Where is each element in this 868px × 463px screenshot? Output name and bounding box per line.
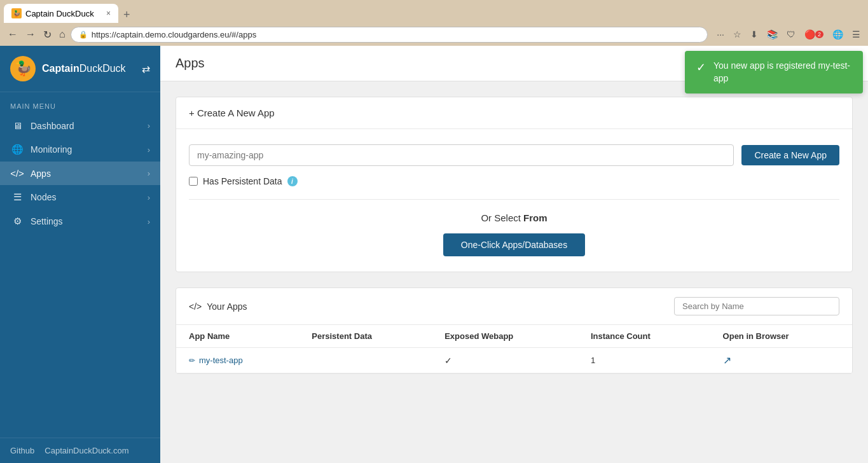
exposed-webapp-cell: ✓: [432, 348, 578, 373]
your-apps-title-text: Your Apps: [207, 301, 247, 312]
create-app-card-body: Create a New App Has Persistent Data i O…: [176, 129, 852, 272]
address-bar[interactable]: 🔒 https://captain.demo.cloudgardens.eu/#…: [71, 27, 708, 43]
url-text: https://captain.demo.cloudgardens.eu/#/a…: [92, 30, 256, 39]
toast-notification: ✓ You new app is registered my-test-app: [685, 51, 863, 93]
more-button[interactable]: ···: [714, 28, 727, 41]
persistent-data-cell: [299, 348, 432, 373]
shield-icon[interactable]: 🛡: [784, 28, 798, 41]
extension-badge[interactable]: 🔴2: [802, 28, 826, 41]
back-button[interactable]: ←: [5, 26, 20, 43]
col-app-name: App Name: [176, 325, 299, 348]
persistent-data-label: Has Persistent Data: [203, 176, 282, 186]
browser-tabs: 🦆 Captain DuckDuck × +: [0, 0, 868, 23]
download-icon[interactable]: ⬇: [748, 28, 761, 41]
edit-pencil-icon[interactable]: ✏: [189, 356, 195, 365]
table-row: ✏ my-test-app ✓ 1 ↗: [176, 348, 852, 373]
active-tab[interactable]: 🦆 Captain DuckDuck ×: [4, 4, 118, 23]
create-app-card: + Create A New App Create a New App Has …: [176, 97, 853, 272]
nodes-arrow: ›: [148, 193, 150, 202]
info-icon[interactable]: i: [287, 176, 298, 186]
sidebar-nav: MAIN MENU 🖥 Dashboard › 🌐 Monitoring › <…: [0, 92, 160, 438]
dashboard-arrow: ›: [148, 121, 150, 130]
card-divider: [189, 199, 839, 200]
apps-table-header: App Name Persistent Data Exposed Webapp …: [176, 325, 852, 348]
brand-name: CaptainDuckDuck: [42, 63, 126, 74]
refresh-button[interactable]: ↻: [41, 26, 54, 43]
settings-arrow: ›: [148, 217, 150, 226]
home-button[interactable]: ⌂: [57, 26, 68, 43]
lock-icon: 🔒: [79, 31, 88, 39]
your-apps-title: </> Your Apps: [189, 301, 247, 312]
new-tab-button[interactable]: +: [118, 8, 135, 22]
your-apps-title-icon: </>: [189, 301, 202, 312]
persistent-data-row: Has Persistent Data i: [189, 176, 839, 186]
open-browser-cell: ↗: [710, 348, 852, 373]
sidebar-item-label: Dashboard: [31, 121, 74, 131]
sidebar-item-nodes[interactable]: ☰ Nodes ›: [0, 185, 160, 209]
sidebar-item-label: Settings: [31, 216, 63, 226]
search-input[interactable]: [674, 297, 839, 315]
sidebar-footer: Github CaptainDuckDuck.com: [0, 438, 160, 463]
create-app-card-header: + Create A New App: [176, 97, 852, 129]
github-link[interactable]: Github: [10, 446, 34, 455]
col-persistent-data: Persistent Data: [299, 325, 432, 348]
sidebar-item-monitoring[interactable]: 🌐 Monitoring ›: [0, 137, 160, 162]
apps-table-body: ✏ my-test-app ✓ 1 ↗: [176, 348, 852, 373]
your-apps-section: </> Your Apps App Name Persistent Data E…: [176, 287, 853, 374]
sidebar-item-settings[interactable]: ⚙ Settings ›: [0, 209, 160, 233]
tab-favicon: 🦆: [11, 8, 22, 18]
browser-actions: ··· ☆ ⬇ 📚 🛡 🔴2 🌐 ☰: [714, 28, 863, 41]
toast-check-icon: ✓: [696, 60, 706, 74]
tab-title: Captain DuckDuck: [25, 9, 94, 18]
globe-icon[interactable]: 🌐: [830, 28, 846, 41]
app-name-link[interactable]: ✏ my-test-app: [189, 356, 286, 365]
col-open-browser: Open in Browser: [710, 325, 852, 348]
apps-arrow: ›: [148, 169, 150, 178]
main-content: ✓ You new app is registered my-test-app …: [160, 46, 868, 463]
app-name-input[interactable]: [189, 144, 734, 166]
apps-icon: </>: [10, 168, 24, 179]
create-app-row: Create a New App: [189, 144, 839, 166]
or-select-text: Or Select From: [189, 212, 839, 223]
content-area: + Create A New App Create a New App Has …: [160, 81, 868, 389]
brand-logo: 🦆: [10, 56, 36, 81]
persistent-data-checkbox[interactable]: [189, 177, 198, 186]
toast-message: You new app is registered my-test-app: [713, 60, 851, 85]
sidebar-toggle-button[interactable]: ⇄: [142, 63, 150, 75]
monitoring-arrow: ›: [148, 145, 150, 155]
one-click-apps-button[interactable]: One-Click Apps/Databases: [443, 233, 585, 256]
monitoring-icon: 🌐: [10, 144, 24, 155]
sidebar-item-label: Apps: [31, 169, 51, 179]
nodes-icon: ☰: [10, 191, 24, 203]
sidebar-item-dashboard[interactable]: 🖥 Dashboard ›: [0, 114, 160, 137]
check-mark: ✓: [444, 356, 452, 366]
sidebar-item-label: Nodes: [31, 192, 56, 202]
sidebar: 🦆 CaptainDuckDuck ⇄ MAIN MENU 🖥 Dashboar…: [0, 46, 160, 463]
create-app-header-text: + Create A New App: [189, 107, 275, 118]
bookmark-button[interactable]: ☆: [731, 28, 744, 41]
sidebar-brand: 🦆 CaptainDuckDuck ⇄: [0, 46, 160, 92]
col-exposed-webapp: Exposed Webapp: [432, 325, 578, 348]
captain-website-link[interactable]: CaptainDuckDuck.com: [45, 446, 128, 455]
app-name-cell: ✏ my-test-app: [176, 348, 299, 373]
settings-icon: ⚙: [10, 216, 24, 227]
sidebar-item-label: Monitoring: [31, 144, 72, 155]
apps-table: App Name Persistent Data Exposed Webapp …: [176, 325, 852, 373]
tab-close-button[interactable]: ×: [106, 9, 111, 18]
sidebar-item-apps[interactable]: </> Apps ›: [0, 162, 160, 185]
forward-button[interactable]: →: [23, 26, 38, 43]
bookmarks-icon[interactable]: 📚: [764, 28, 780, 41]
external-link-icon[interactable]: ↗: [723, 355, 731, 366]
create-app-button[interactable]: Create a New App: [741, 145, 839, 165]
browser-toolbar: ← → ↻ ⌂ 🔒 https://captain.demo.cloudgard…: [0, 23, 868, 46]
dashboard-icon: 🖥: [10, 120, 24, 131]
menu-icon[interactable]: ☰: [850, 28, 863, 41]
app-container: 🦆 CaptainDuckDuck ⇄ MAIN MENU 🖥 Dashboar…: [0, 46, 868, 463]
col-instance-count: Instance Count: [578, 325, 710, 348]
your-apps-header: </> Your Apps: [176, 288, 852, 325]
sidebar-section-label: MAIN MENU: [0, 92, 160, 114]
instance-count-cell: 1: [578, 348, 710, 373]
browser-chrome: 🦆 Captain DuckDuck × + ← → ↻ ⌂ 🔒 https:/…: [0, 0, 868, 46]
